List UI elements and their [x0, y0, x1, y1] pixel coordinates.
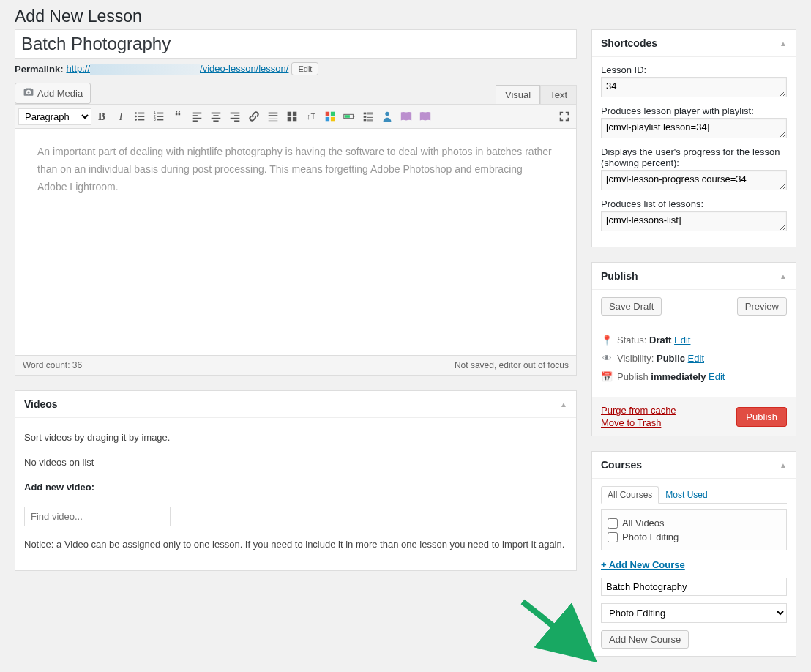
- courses-panel-header[interactable]: Courses ▲: [592, 452, 796, 479]
- align-left-icon[interactable]: [188, 108, 206, 125]
- permalink-edit-button[interactable]: Edit: [291, 62, 318, 75]
- list-squares-icon[interactable]: [359, 108, 377, 125]
- bullet-list-icon[interactable]: [131, 108, 149, 125]
- permalink-link[interactable]: http:///video-lesson/lesson/: [66, 63, 288, 75]
- add-media-button[interactable]: Add Media: [15, 83, 91, 104]
- add-new-course-link[interactable]: + Add New Course: [601, 559, 787, 570]
- svg-rect-44: [367, 117, 373, 118]
- battery-icon[interactable]: [340, 108, 358, 125]
- new-course-name-input[interactable]: [601, 578, 787, 596]
- editor-content-area[interactable]: An important part of dealing with nightl…: [15, 129, 577, 356]
- course-checkbox[interactable]: [608, 518, 618, 529]
- format-select[interactable]: Paragraph: [18, 108, 91, 125]
- italic-icon[interactable]: I: [112, 108, 130, 125]
- lesson-id-label: Lesson ID:: [601, 64, 787, 75]
- svg-rect-30: [288, 117, 291, 121]
- publish-panel-header[interactable]: Publish ▲: [592, 263, 796, 290]
- svg-rect-27: [269, 120, 278, 121]
- svg-rect-1: [138, 113, 144, 114]
- svg-rect-17: [213, 115, 218, 116]
- svg-point-2: [135, 116, 137, 118]
- svg-rect-24: [269, 113, 278, 114]
- list-label: Produces list of lessons:: [601, 198, 787, 209]
- purge-cache-link[interactable]: Purge from cache: [601, 405, 676, 416]
- align-right-icon[interactable]: [226, 108, 244, 125]
- progress-shortcode[interactable]: [cmvl-lesson-progress course=34: [601, 170, 787, 190]
- more-icon[interactable]: [264, 108, 282, 125]
- person-icon[interactable]: [378, 108, 396, 125]
- svg-point-48: [385, 112, 389, 116]
- svg-rect-31: [293, 117, 296, 121]
- align-center-icon[interactable]: [207, 108, 225, 125]
- svg-text:3: 3: [154, 117, 156, 122]
- add-video-label: Add new video:: [24, 482, 94, 493]
- course-checkbox-row[interactable]: Photo Editing: [608, 530, 780, 544]
- svg-rect-18: [212, 118, 221, 119]
- svg-rect-42: [364, 116, 367, 118]
- svg-rect-45: [364, 119, 367, 122]
- add-new-course-button[interactable]: Add New Course: [601, 630, 689, 649]
- lesson-title-input[interactable]: [15, 29, 577, 59]
- bold-icon[interactable]: B: [93, 108, 111, 125]
- svg-rect-23: [234, 120, 239, 122]
- tab-most-used[interactable]: Most Used: [659, 486, 714, 504]
- course-checkbox-row[interactable]: All Videos: [608, 516, 780, 530]
- course-checkbox[interactable]: [608, 532, 618, 542]
- shortcodes-panel-header[interactable]: Shortcodes ▲: [592, 30, 796, 57]
- svg-rect-37: [353, 116, 354, 117]
- tab-visual[interactable]: Visual: [496, 85, 540, 104]
- insert-icon[interactable]: ↕T: [302, 108, 320, 125]
- svg-rect-19: [213, 120, 218, 122]
- videos-panel-header[interactable]: Videos ▲: [15, 391, 576, 418]
- svg-rect-46: [367, 119, 373, 120]
- publish-title: Publish: [601, 270, 638, 282]
- svg-rect-7: [157, 113, 163, 114]
- playlist-shortcode[interactable]: [cmvl-playlist lesson=34]: [601, 118, 787, 138]
- publish-button[interactable]: Publish: [736, 407, 787, 427]
- videos-sort-hint: Sort videos by draging it by image.: [24, 431, 567, 444]
- toolbar-toggle-icon[interactable]: [283, 108, 301, 125]
- edit-status-link[interactable]: Edit: [674, 335, 690, 346]
- numbered-list-icon[interactable]: 123: [150, 108, 168, 125]
- link-icon[interactable]: [245, 108, 263, 125]
- svg-rect-13: [193, 115, 198, 116]
- eye-icon: 👁: [601, 353, 613, 364]
- chevron-up-icon: ▲: [780, 40, 787, 48]
- blockquote-icon[interactable]: “: [169, 108, 187, 125]
- chevron-up-icon: ▲: [560, 400, 567, 408]
- lesson-id-value[interactable]: 34: [601, 77, 787, 97]
- svg-rect-21: [234, 115, 239, 116]
- color-grid-icon[interactable]: [321, 108, 339, 125]
- svg-point-0: [135, 112, 137, 114]
- edit-visibility-link[interactable]: Edit: [688, 353, 704, 364]
- svg-rect-41: [367, 113, 373, 114]
- camera-icon: [23, 86, 34, 100]
- find-video-input[interactable]: [24, 507, 171, 526]
- save-draft-button[interactable]: Save Draft: [601, 297, 662, 316]
- tab-all-courses[interactable]: All Courses: [601, 486, 659, 504]
- fullscreen-icon[interactable]: [556, 108, 573, 125]
- book2-icon[interactable]: [416, 108, 434, 125]
- svg-rect-12: [193, 113, 202, 114]
- svg-rect-39: [364, 113, 367, 115]
- svg-rect-11: [157, 119, 163, 121]
- book-icon[interactable]: [397, 108, 415, 125]
- preview-button[interactable]: Preview: [737, 297, 787, 316]
- calendar-icon: 📅: [601, 371, 613, 382]
- svg-rect-16: [212, 113, 221, 114]
- svg-rect-26: [269, 119, 278, 119]
- svg-rect-43: [367, 116, 373, 116]
- svg-point-4: [135, 119, 137, 121]
- svg-rect-29: [293, 112, 296, 116]
- tab-text[interactable]: Text: [540, 85, 577, 104]
- editor-status: Not saved, editor out of focus: [455, 360, 569, 370]
- chevron-up-icon: ▲: [780, 272, 787, 280]
- chevron-up-icon: ▲: [780, 461, 787, 469]
- parent-course-select[interactable]: Photo Editing: [601, 603, 787, 623]
- editor-text: An important part of dealing with nightl…: [37, 143, 554, 195]
- edit-schedule-link[interactable]: Edit: [709, 371, 725, 382]
- list-shortcode[interactable]: [cmvl-lessons-list]: [601, 211, 787, 231]
- courses-title: Courses: [601, 459, 642, 471]
- svg-rect-33: [331, 112, 335, 116]
- move-trash-link[interactable]: Move to Trash: [601, 417, 676, 428]
